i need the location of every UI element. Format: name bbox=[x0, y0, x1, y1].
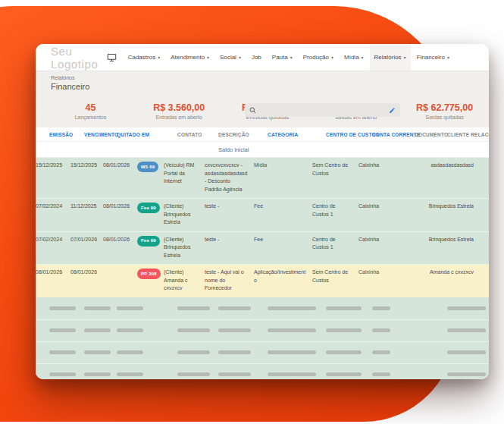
summary-header: Relatórios Financeiro bbox=[36, 71, 489, 127]
skeleton-bar bbox=[372, 328, 390, 332]
nav-item-cadastros[interactable]: Cadastros bbox=[124, 44, 164, 71]
cell-categoria: Fee bbox=[254, 236, 312, 260]
cell-quitado-em: 08/01/2026 bbox=[103, 236, 137, 260]
saldo-inicial-row: Saldo Inicial bbox=[36, 142, 489, 158]
skeleton-bar bbox=[84, 372, 111, 376]
status-badge: PP 308 bbox=[137, 269, 161, 279]
skeleton-bar bbox=[84, 306, 111, 310]
cell-emissao: 15/12/2025 bbox=[36, 162, 70, 193]
skeleton-row bbox=[36, 341, 489, 363]
cell-contato: (Cliente) Brinquedos Estrela bbox=[164, 236, 205, 260]
search-input[interactable] bbox=[256, 107, 389, 114]
column-documento: DOCUMENTO bbox=[415, 132, 447, 137]
stat-value: R$ 3.560,00 bbox=[135, 102, 224, 115]
skeleton-bar bbox=[447, 372, 486, 376]
table-row[interactable]: 15/12/2025 15/12/2025 08/01/2026 MS 69 (… bbox=[36, 158, 489, 199]
nav-item-relatorios[interactable]: Relatórios bbox=[370, 44, 411, 71]
skeleton-rows bbox=[36, 297, 489, 380]
skeleton-bar bbox=[177, 350, 210, 354]
nav-item-atendimento[interactable]: Atendimento bbox=[166, 44, 214, 71]
skeleton-bar bbox=[177, 328, 210, 332]
page-title: Financeiro bbox=[51, 82, 89, 92]
cell-emissao: 08/01/2026 bbox=[36, 269, 70, 293]
top-navbar: Seu Logotipo Cadastros Atendimento Socia… bbox=[36, 44, 489, 71]
table-row[interactable]: 08/01/2026 08/01/2026 PP 308 (Cliente) A… bbox=[36, 265, 489, 297]
cell-badge: MS 69 bbox=[137, 162, 164, 193]
skeleton-bar bbox=[447, 306, 486, 310]
stat-saidas-quitadas: R$ 62.775,00 Saídas quitadas bbox=[400, 102, 489, 121]
breadcrumb-section: Relatórios bbox=[51, 75, 89, 81]
app-window: Seu Logotipo Cadastros Atendimento Socia… bbox=[36, 44, 489, 379]
saldo-inicial-label: Saldo Inicial bbox=[218, 146, 268, 153]
cell-contato: (Cliente) Amanda c cxvzxcv bbox=[164, 269, 205, 293]
column-centro-de-custos[interactable]: CENTRO DE CUSTOS bbox=[326, 132, 372, 137]
cell-conta-corrente: Caixinha bbox=[358, 162, 401, 193]
skeleton-bar bbox=[49, 350, 76, 354]
skeleton-bar bbox=[84, 328, 111, 332]
cell-centro-de-custos: Sem Centro de Custos bbox=[312, 162, 358, 193]
skeleton-bar bbox=[177, 372, 210, 376]
cell-cliente-relacionado: asdasdasdasdasd bbox=[434, 162, 475, 193]
skeleton-bar bbox=[372, 306, 390, 310]
cell-badge: Fee 99 bbox=[137, 236, 164, 260]
cell-descricao: teste - bbox=[205, 236, 254, 260]
skeleton-bar bbox=[372, 372, 390, 376]
column-descricao: DESCRIÇÃO bbox=[218, 132, 268, 137]
edit-pencil-icon[interactable] bbox=[389, 107, 396, 114]
cell-conta-corrente: Caixinha bbox=[358, 203, 401, 227]
nav-item-midia[interactable]: Mídia bbox=[340, 44, 368, 71]
stat-lancamentos: 45 Lançamentos bbox=[46, 102, 135, 121]
column-quitado-em[interactable]: QUITADO EM bbox=[117, 132, 151, 137]
column-emissao[interactable]: EMISSÃO bbox=[49, 132, 84, 137]
cell-vencimento: 07/01/2026 bbox=[70, 236, 103, 260]
nav-item-producao[interactable]: Produção bbox=[299, 44, 338, 71]
cell-centro-de-custos: Sem Centro de Custos bbox=[312, 269, 358, 293]
skeleton-bar bbox=[49, 306, 76, 310]
cell-categoria: Aplicação/Investimento bbox=[254, 269, 312, 293]
cell-emissao: 07/02/2024 bbox=[36, 203, 70, 227]
cell-quitado-em: 08/01/2026 bbox=[103, 203, 137, 227]
stat-value: 45 bbox=[46, 102, 135, 115]
stat-label: Saídas quitadas bbox=[400, 114, 489, 121]
stat-value: R$ 62.775,00 bbox=[400, 102, 489, 115]
skeleton-bar bbox=[326, 306, 362, 310]
skeleton-bar bbox=[49, 328, 76, 332]
cell-vencimento: 11/12/2025 bbox=[70, 203, 103, 227]
cell-categoria: Mídia bbox=[254, 162, 312, 193]
cell-vencimento: 15/12/2025 bbox=[70, 162, 103, 193]
cell-documento bbox=[401, 269, 434, 293]
skeleton-row bbox=[36, 363, 489, 380]
cell-descricao: cxvcxvcxvcxcv - asdasdasdasdasd - Descon… bbox=[205, 162, 254, 193]
nav-item-financeiro[interactable]: Financeiro bbox=[412, 44, 454, 71]
nav-item-social[interactable]: Social bbox=[215, 44, 246, 71]
skeleton-bar bbox=[326, 372, 362, 376]
nav-item-pauta[interactable]: Pauta bbox=[268, 44, 297, 71]
cell-badge: Fee 99 bbox=[137, 203, 164, 227]
skeleton-bar bbox=[218, 306, 251, 310]
cell-documento bbox=[401, 162, 434, 193]
app-logo: Seu Logotipo bbox=[51, 45, 102, 71]
column-conta-corrente[interactable]: CONTA CORRENTE bbox=[372, 132, 415, 137]
cell-contato: (Cliente) Brinquedos Estrela bbox=[164, 203, 205, 227]
stat-label: Lançamentos bbox=[46, 114, 135, 121]
cell-vencimento: 08/01/2026 bbox=[70, 269, 103, 293]
skeleton-bar bbox=[177, 306, 210, 310]
table-row[interactable]: 07/02/2024 07/01/2026 08/01/2026 Fee 99 … bbox=[36, 232, 489, 265]
skeleton-bar bbox=[326, 328, 362, 332]
skeleton-row bbox=[36, 297, 489, 319]
nav-item-job[interactable]: Job bbox=[247, 44, 266, 71]
skeleton-bar bbox=[372, 350, 390, 354]
skeleton-bar bbox=[49, 372, 76, 376]
cell-cliente-relacionado: Brinquedos Estrela bbox=[434, 236, 475, 260]
cell-quitado-em bbox=[103, 269, 137, 293]
desktop-icon[interactable] bbox=[102, 44, 122, 71]
table-row[interactable]: 07/02/2024 11/12/2025 08/01/2026 Fee 99 … bbox=[36, 199, 489, 232]
cell-emissao: 07/02/2024 bbox=[36, 236, 70, 260]
column-categoria[interactable]: CATEGORIA bbox=[268, 132, 326, 137]
nav-menu: Cadastros Atendimento Social Job Pauta P… bbox=[102, 44, 454, 71]
cell-descricao: teste - Aqui vai o nome do Fornecedor bbox=[205, 269, 254, 293]
skeleton-bar bbox=[447, 328, 486, 332]
skeleton-bar bbox=[447, 350, 486, 354]
column-vencimento[interactable]: VENCIMENTO bbox=[84, 132, 117, 137]
skeleton-bar bbox=[218, 350, 251, 354]
